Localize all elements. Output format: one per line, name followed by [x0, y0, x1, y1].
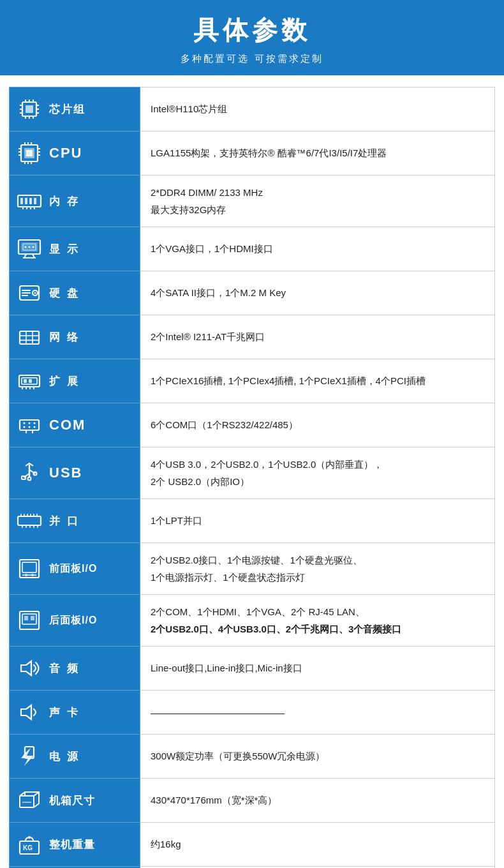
value-harddisk: 4个SATA II接口，1个M.2 M Key [140, 271, 495, 315]
svg-rect-100 [24, 616, 28, 620]
table-row: 电 源 300W额定功率（可更换550W冗余电源） [10, 735, 495, 779]
svg-point-68 [29, 423, 31, 424]
svg-rect-33 [34, 198, 36, 204]
display-label: 显 示 [49, 242, 80, 257]
table-row: 机箱尺寸 430*470*176mm（宽*深*高） [10, 779, 495, 823]
table-row: 芯片组 Intel®H110芯片组 [10, 87, 495, 131]
svg-point-44 [25, 246, 27, 248]
com-label: COM [49, 417, 85, 433]
label-weight: KG 整机重量 [10, 823, 140, 867]
audio-icon [16, 655, 43, 682]
svg-point-67 [24, 423, 26, 424]
svg-point-71 [29, 426, 31, 428]
value-soundcard: —————————————— [140, 691, 495, 735]
table-row: 后面板I/O 2个COM、1个HDMI、1个VGA、2个 RJ-45 LAN、 … [10, 595, 495, 647]
value-power: 300W额定功率（可更换550W冗余电源） [140, 735, 495, 779]
expand-icon [16, 368, 43, 394]
svg-point-70 [24, 426, 26, 428]
chassis-icon [16, 787, 43, 814]
front-panel-icon [16, 555, 43, 582]
svg-point-45 [29, 246, 31, 248]
svg-marker-102 [21, 661, 31, 675]
rear-panel-label: 后面板I/O [49, 614, 97, 627]
label-usb: USB [10, 447, 140, 499]
label-parallel: 并 口 [10, 499, 140, 543]
value-cpu: LGA1155构架，支持英特尔® 酷睿™6/7代I3/I5/I7处理器 [140, 131, 495, 176]
table-row: CPU LGA1155构架，支持英特尔® 酷睿™6/7代I3/I5/I7处理器 [10, 131, 495, 176]
label-power: 电 源 [10, 735, 140, 779]
chassis-label: 机箱尺寸 [49, 793, 95, 808]
label-chipset: 芯片组 [10, 87, 140, 131]
table-row: 声 卡 —————————————— [10, 691, 495, 735]
table-row: 显 示 1个VGA接口，1个HDMI接口 [10, 227, 495, 271]
svg-rect-61 [29, 379, 32, 383]
svg-rect-31 [25, 198, 27, 204]
label-display: 显 示 [10, 227, 140, 271]
parallel-label: 并 口 [49, 514, 80, 528]
svg-rect-30 [20, 198, 23, 204]
svg-rect-53 [20, 331, 39, 344]
svg-point-112 [28, 836, 31, 839]
chipset-label: 芯片组 [49, 102, 85, 117]
network-label: 网 络 [49, 330, 80, 345]
weight-label: 整机重量 [49, 837, 95, 852]
front-panel-label: 前面板I/O [49, 562, 97, 576]
label-soundcard: 声 卡 [10, 691, 140, 735]
power-icon [16, 743, 43, 770]
table-row: 网 络 2个Intel® I211-AT千兆网口 [10, 315, 495, 359]
usb-icon [16, 460, 43, 486]
svg-point-49 [34, 292, 36, 294]
svg-rect-60 [24, 379, 27, 383]
label-memory: 内 存 [10, 176, 140, 227]
cpu-label: CPU [49, 145, 82, 161]
value-chassis: 430*470*176mm（宽*深*高） [140, 779, 495, 823]
svg-point-46 [33, 246, 34, 248]
rear-panel-icon [16, 607, 43, 634]
network-icon [16, 324, 43, 350]
page-title: 具体参数 [0, 13, 504, 48]
svg-marker-103 [21, 705, 31, 719]
table-row: 并 口 1个LPT并口 [10, 499, 495, 543]
table-row: USB 4个USB 3.0，2个USB2.0，1个USB2.0（内部垂直），2个… [10, 447, 495, 499]
svg-rect-1 [26, 105, 33, 113]
memory-icon [16, 188, 43, 214]
weight-icon: KG [16, 831, 43, 858]
svg-point-69 [34, 423, 36, 424]
table-row: 内 存 2*DDR4 DIMM/ 2133 MHz最大支持32G内存 [10, 176, 495, 227]
svg-rect-106 [20, 796, 34, 807]
svg-rect-32 [29, 198, 32, 204]
svg-point-72 [34, 426, 36, 428]
svg-rect-79 [22, 476, 26, 479]
chipset-icon [16, 96, 43, 123]
label-harddisk: 硬 盘 [10, 271, 140, 315]
expand-label: 扩 展 [49, 374, 80, 389]
value-parallel: 1个LPT并口 [140, 499, 495, 543]
harddisk-label: 硬 盘 [49, 286, 80, 301]
power-label: 电 源 [49, 749, 80, 764]
spec-table: 芯片组 Intel®H110芯片组 [9, 87, 495, 868]
svg-point-80 [28, 477, 31, 481]
page-subtitle: 多种配置可选 可按需求定制 [0, 53, 504, 65]
svg-rect-101 [31, 616, 34, 620]
value-expand: 1个PCIeX16插槽, 1个PCIex4插槽, 1个PCIeX1插槽，4个PC… [140, 359, 495, 403]
svg-text:KG: KG [23, 844, 33, 851]
value-display: 1个VGA接口，1个HDMI接口 [140, 227, 495, 271]
value-audio: Line-out接口,Line-in接口,Mic-in接口 [140, 647, 495, 691]
value-usb: 4个USB 3.0，2个USB2.0，1个USB2.0（内部垂直），2个 USB… [140, 447, 495, 499]
svg-point-97 [31, 574, 34, 576]
value-rear-panel: 2个COM、1个HDMI、1个VGA、2个 RJ-45 LAN、 2个USB2.… [140, 595, 495, 647]
memory-label: 内 存 [49, 194, 80, 209]
svg-rect-16 [26, 150, 33, 156]
value-weight: 约16kg [140, 823, 495, 867]
table-row: COM 6个COM口（1个RS232/422/485） [10, 403, 495, 447]
value-chipset: Intel®H110芯片组 [140, 87, 495, 131]
harddisk-icon [16, 280, 43, 306]
parallel-icon [16, 507, 43, 534]
soundcard-icon [16, 699, 43, 726]
svg-rect-81 [18, 516, 41, 525]
svg-rect-66 [20, 420, 39, 430]
label-cpu: CPU [10, 131, 140, 176]
display-icon [16, 236, 43, 262]
cpu-icon [16, 140, 43, 167]
table-row: KG 整机重量 约16kg [10, 823, 495, 867]
